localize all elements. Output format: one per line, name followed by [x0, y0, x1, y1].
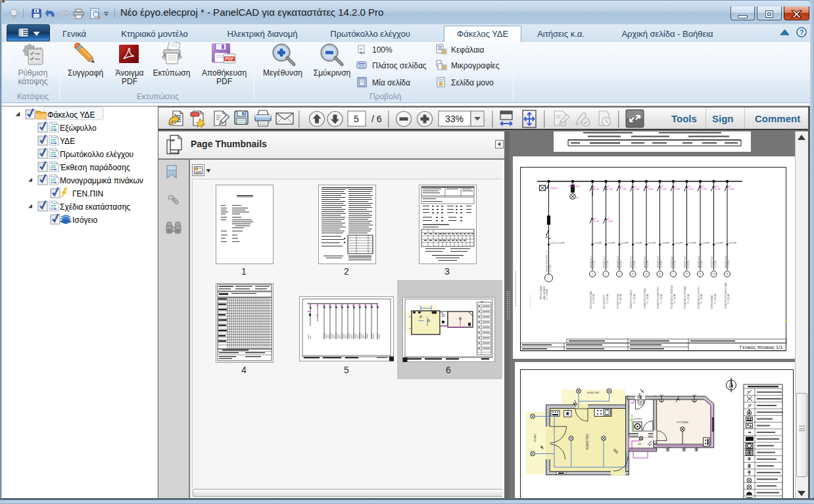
- svg-text:L=2,5x/PE: L=2,5x/PE: [634, 242, 642, 244]
- svg-text:ΓΕΝΙΚΟΣ: ΓΕΝΙΚΟΣ: [550, 187, 558, 190]
- svg-text:ΚΑΛΩΔΙΟ NYM 3 ΑΓΩΓ 1,5: ΚΑΛΩΔΙΟ NYM 3 ΑΓΩΓ 1,5: [546, 251, 548, 272]
- svg-text:ΚΑΛΩΔΙΟ 3x2,5: ΚΑΛΩΔΙΟ 3x2,5: [617, 256, 619, 268]
- svg-text:ΡΕΥΜΑΤΟΔΟΤΕΣ ΛΟΥΤΡΟΥ: ΡΕΥΜΑΤΟΔΟΤΕΣ ΛΟΥΤΡΟΥ: [698, 286, 700, 309]
- svg-text:ΦΩΤ ΚΑΘΙΣΤΙΚΟΥ: ΦΩΤ ΚΑΘΙΣΤΙΚΟΥ: [603, 294, 606, 309]
- svg-text:ΕΞΩΣΤΗΣ: ΕΞΩΣΤΗΣ: [587, 391, 600, 394]
- svg-text:ΚΑΘΙΣΤΙΚΟ: ΚΑΘΙΣΤΙΚΟ: [586, 434, 589, 449]
- svg-text:ΧΩΛ: ΧΩΛ: [638, 443, 642, 446]
- svg-text:2: 2: [606, 273, 607, 275]
- svg-text:L=15,20m: L=15,20m: [660, 260, 663, 268]
- svg-text:L=15,20m: L=15,20m: [687, 260, 690, 268]
- svg-text:10: 10: [713, 273, 715, 275]
- svg-text:P = 0,50 kW: P = 0,50 kW: [619, 294, 622, 304]
- svg-text:ΦΩΤΙΣΤΙΚΑ ΚΟΥΖΙΝΑΣ: ΦΩΤΙΣΤΙΚΑ ΚΟΥΖΙΝΑΣ: [590, 291, 592, 309]
- svg-text:P = 1,00 kW: P = 1,00 kW: [633, 294, 636, 304]
- svg-text:1x16A: 1x16A: [729, 188, 734, 191]
- svg-text:P = 1,00 kW: P = 1,00 kW: [700, 294, 703, 304]
- svg-text:L=15,20m: L=15,20m: [619, 260, 622, 268]
- svg-text:L=2,5x/PE: L=2,5x/PE: [688, 242, 696, 244]
- svg-text:P = 0,20 kW: P = 0,20 kW: [592, 294, 595, 304]
- svg-text:L=15,20m: L=15,20m: [646, 260, 649, 268]
- svg-text:1x16A: 1x16A: [648, 188, 653, 191]
- svg-text:L=1,5x/PE: L=1,5x/PE: [715, 242, 723, 244]
- svg-text:ΚΑΛΩΔΙΟ 3x2,5: ΚΑΛΩΔΙΟ 3x2,5: [711, 256, 713, 268]
- svg-text:1x16A: 1x16A: [634, 188, 640, 191]
- svg-text:ΚΑΛΩΔΙΟ 3x1,5: ΚΑΛΩΔΙΟ 3x1,5: [590, 256, 592, 268]
- svg-text:L=15,20m: L=15,20m: [727, 260, 730, 268]
- svg-text:ΚΑΛΩΔΙΟ 3x2,5: ΚΑΛΩΔΙΟ 3x2,5: [684, 256, 686, 268]
- svg-text:ΚΑΛΩΔΙΟ 3x2,5: ΚΑΛΩΔΙΟ 3x2,5: [657, 256, 659, 268]
- svg-text:/ 6: / 6: [371, 114, 382, 124]
- svg-text:ΚΑΛΩΔΙΟ 3x2,5: ΚΑΛΩΔΙΟ 3x2,5: [698, 256, 700, 268]
- svg-text:1x16A: 1x16A: [661, 188, 667, 191]
- svg-text:L=15,20m: L=15,20m: [633, 260, 636, 268]
- svg-text:4: 4: [633, 273, 634, 275]
- svg-text:8: 8: [686, 273, 688, 275]
- svg-text:L=15,20m: L=15,20m: [700, 260, 703, 268]
- svg-text:P = 1,00 kW: P = 1,00 kW: [660, 294, 663, 304]
- svg-text:L=2,5x/PE: L=2,5x/PE: [661, 242, 669, 244]
- svg-text:ΡΕΥΜΑΤΟΔΟΤΕΣ ΚΡΕΒΑΤΩΝ: ΡΕΥΜΑΤΟΔΟΤΕΣ ΚΡΕΒΑΤΩΝ: [671, 285, 673, 309]
- svg-text:L=15,20m: L=15,20m: [592, 260, 595, 268]
- svg-text:ΚΑΛΩΔΙΟ 3x2,5: ΚΑΛΩΔΙΟ 3x2,5: [644, 256, 646, 268]
- svg-text:1x10A: 1x10A: [594, 220, 599, 223]
- svg-text:1x16A: 1x16A: [621, 188, 626, 191]
- svg-text:L=15,20m: L=15,20m: [606, 260, 609, 268]
- svg-text:P = 1,00 kW: P = 1,00 kW: [646, 294, 649, 304]
- svg-text:ΡΕΥΜΑΤΟΔΟΤΕΣ ΚΟΥΖΙΝΑΣ: ΡΕΥΜΑΤΟΔΟΤΕΣ ΚΟΥΖΙΝΑΣ: [684, 286, 686, 309]
- svg-text:L=1,5/2, L=2,5x/PE: L=1,5/2, L=2,5x/PE: [550, 242, 565, 244]
- svg-text:7: 7: [673, 273, 674, 275]
- svg-text:1x16A: 1x16A: [675, 188, 680, 191]
- svg-text:6: 6: [659, 273, 661, 275]
- svg-text:P = 2,00 kW: P = 2,00 kW: [727, 294, 730, 304]
- svg-text:ΚΛΙΜΑΤΙΣΤΙΚΟ ΚΑΘΙΣΤΙΚΟΥ: ΚΛΙΜΑΤΙΣΤΙΚΟ ΚΑΘΙΣΤΙΚΟΥ: [657, 286, 659, 309]
- svg-text:L=2,5x/PE: L=2,5x/PE: [702, 242, 709, 244]
- svg-text:3: 3: [619, 273, 620, 275]
- svg-text:33%: 33%: [445, 114, 464, 124]
- svg-text:1: 1: [592, 273, 593, 275]
- svg-text:ΚΟΙΤΩΝΑΣ: ΚΟΙΤΩΝΑΣ: [677, 421, 689, 424]
- svg-text:1x16A: 1x16A: [702, 188, 707, 191]
- svg-text:ΝΟΜΟΣ ΑΤΤΙΚΗΣ: ΝΟΜΟΣ ΑΤΤΙΚΗΣ: [529, 294, 531, 308]
- svg-text:P = 1,00 kW: P = 1,00 kW: [687, 294, 690, 304]
- svg-text:L=2,5x/PE: L=2,5x/PE: [729, 242, 736, 244]
- svg-text:ΜΕΤΡΗΤΗΣ: ΜΕΤΡΗΤΗΣ: [569, 185, 579, 188]
- svg-text:L=2,5x/PE: L=2,5x/PE: [648, 242, 656, 244]
- svg-text:ΚΑΛΩΔΙΟ 3x2,5: ΚΑΛΩΔΙΟ 3x2,5: [725, 256, 727, 268]
- svg-text:ΚΟΥΖΙΝΕΣ ΡΕΥΜΑ: ΚΟΥΖΙΝΕΣ ΡΕΥΜΑ: [617, 294, 619, 309]
- svg-text:P = 14,00 kW: P = 14,00 kW: [546, 289, 548, 300]
- svg-text:ΚΑΛΩΔΙΟ 3x2,5: ΚΑΛΩΔΙΟ 3x2,5: [671, 256, 673, 268]
- svg-text:L=1,5x/PE: L=1,5x/PE: [675, 242, 682, 244]
- svg-text:1x10A: 1x10A: [608, 188, 613, 191]
- svg-text:ΚΛΙΜΑΤΙΣΤΙΚΟ ΚΟΥΖΙΝΑΣ: ΚΛΙΜΑΤΙΣΤΙΚΟ ΚΟΥΖΙΝΑΣ: [644, 288, 646, 309]
- svg-text:1x10A: 1x10A: [608, 220, 613, 223]
- svg-text:ΚΑΤΑΨΥΚΤΗΣ ΠΛΑΤΩΝ: ΚΑΤΑΨΥΚΤΗΣ ΠΛΑΤΩΝ: [630, 290, 633, 309]
- svg-text:ΠΑΡΟΧΗ ΠΙΝΑΚΑ: ΠΑΡΟΧΗ ΠΙΝΑΚΑ: [540, 285, 542, 300]
- svg-text:ΠΛΥΝΤΗΡΙΟ ΡΟΥΧΩΝ ΚΟΥΖΙΝΑΣ: ΠΛΥΝΤΗΡΙΟ ΡΟΥΧΩΝ ΚΟΥΖΙΝΑΣ: [725, 282, 727, 309]
- svg-text:9: 9: [700, 273, 701, 275]
- svg-text:P = 2,00 kW: P = 2,00 kW: [714, 294, 717, 304]
- svg-text:L=15,20m: L=15,20m: [549, 264, 552, 272]
- svg-text:L=1,5x/PE: L=1,5x/PE: [594, 242, 602, 244]
- svg-text:P = 1,00 kW: P = 1,00 kW: [673, 294, 676, 304]
- svg-text:L=15,20m: L=15,20m: [673, 260, 676, 268]
- svg-text:5: 5: [646, 273, 647, 275]
- svg-text:P = 0,20 kW: P = 0,20 kW: [606, 294, 609, 304]
- svg-text:?: ?: [800, 28, 804, 36]
- svg-text:230V: 230V: [575, 196, 579, 199]
- svg-text:5: 5: [354, 114, 359, 124]
- svg-text:11: 11: [726, 273, 729, 275]
- svg-text:1x16A: 1x16A: [688, 188, 694, 191]
- svg-text:ΚΑΛΩΔΙΟ 3x1,5: ΚΑΛΩΔΙΟ 3x1,5: [603, 256, 606, 268]
- svg-text:ΑΝΑΛ. ΔΑΠΑΝΗΣ: ΑΝΑΛ. ΔΑΠΑΝΗΣ: [543, 286, 546, 300]
- svg-text:ΛΟΥΤΡΟ: ΛΟΥΤΡΟ: [634, 418, 642, 421]
- svg-text:Γενικός πίνακας 1/1: Γενικός πίνακας 1/1: [740, 344, 782, 350]
- svg-text:ΕΙΣΟΔΟΣ: ΕΙΣΟΔΟΣ: [534, 434, 537, 442]
- svg-text:1x10A: 1x10A: [594, 188, 599, 191]
- svg-text:PDF: PDF: [226, 57, 234, 61]
- svg-text:ΘΕΡΜΟΣΙΦΩΝΑΣ: ΘΕΡΜΟΣΙΦΩΝΑΣ: [711, 294, 713, 309]
- svg-text:ΚΑΛΩΔΙΟ 3x2,5: ΚΑΛΩΔΙΟ 3x2,5: [630, 256, 633, 268]
- svg-text:L=2,5x/PE: L=2,5x/PE: [608, 242, 615, 244]
- svg-text:1x16A: 1x16A: [715, 188, 721, 191]
- svg-text:L=2,5x/PE: L=2,5x/PE: [621, 242, 629, 244]
